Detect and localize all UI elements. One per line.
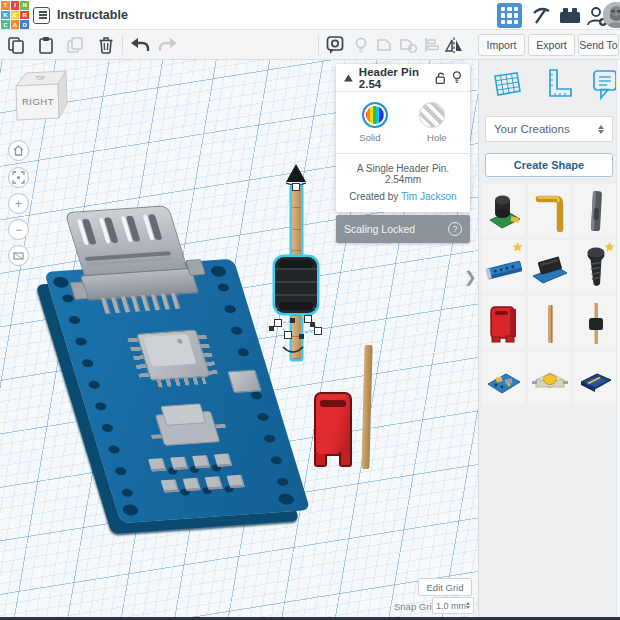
svg-text:RIGHT: RIGHT: [22, 96, 54, 107]
small-chip[interactable]: [227, 370, 262, 394]
shape-bent-wire[interactable]: [528, 184, 571, 237]
shape-red-box[interactable]: [482, 296, 525, 349]
shape-camera-module[interactable]: [482, 184, 525, 237]
pin-plastic-block[interactable]: [275, 257, 317, 313]
shape-pcb-assembly[interactable]: [482, 352, 525, 405]
collapse-shapes-panel-icon[interactable]: ❯: [464, 268, 477, 286]
selected-header-pin[interactable]: [256, 163, 336, 363]
show-all-icon[interactable]: [352, 35, 370, 55]
shapes-sidebar: Your Creations Create Shape: [478, 60, 620, 620]
rotate-handle-icon[interactable]: [280, 345, 306, 357]
edge-handle[interactable]: [299, 334, 304, 339]
ungroup-icon[interactable]: [398, 35, 418, 55]
transistor-package[interactable]: [146, 400, 228, 450]
workplane-tool-icon[interactable]: [325, 35, 347, 55]
logo-tile: T: [1, 1, 10, 10]
create-shape-button[interactable]: Create Shape: [485, 153, 613, 177]
snap-grid-value: 1.0 mm: [436, 601, 466, 611]
design-menu-icon[interactable]: [33, 7, 50, 24]
copy-icon[interactable]: [6, 35, 26, 55]
mirror-icon[interactable]: [444, 35, 464, 55]
toolbar: Import Export Send To: [0, 30, 620, 60]
shape-push-button[interactable]: [528, 352, 571, 405]
logo-tile: R: [20, 11, 29, 20]
shape-popsicle-stick[interactable]: [528, 296, 571, 349]
logo-tile: I: [11, 1, 20, 10]
logo-tile: C: [1, 20, 10, 29]
shape-properties-panel: Header Pin 2.54 Solid Hole A Single Head…: [336, 64, 470, 212]
align-icon[interactable]: [422, 35, 442, 55]
credit-prefix: Created by: [349, 191, 401, 202]
shape-category-select[interactable]: Your Creations: [485, 116, 613, 142]
tooltip-text: Scaling Locked: [344, 223, 415, 235]
hole-label: Hole: [427, 132, 447, 143]
collapse-panel-icon[interactable]: [344, 74, 353, 82]
redo-icon[interactable]: [156, 35, 180, 55]
select-arrows-icon: [598, 125, 604, 134]
send-to-button[interactable]: Send To: [578, 34, 619, 56]
group-icon[interactable]: [374, 35, 394, 55]
spinner-icon: [466, 602, 470, 609]
snap-grid-label: Snap Grid: [394, 601, 437, 612]
export-button[interactable]: Export: [528, 34, 575, 56]
ruler-icon[interactable]: [541, 67, 573, 101]
edit-grid-button[interactable]: Edit Grid: [418, 578, 472, 596]
logo-tile: E: [11, 11, 20, 20]
shape-credit: Created by Tim Jackson: [336, 187, 470, 212]
snap-grid-select[interactable]: 1.0 mm: [432, 597, 474, 614]
brick-icon[interactable]: [558, 6, 582, 25]
tinkercad-logo[interactable]: T I N K E R C A D: [1, 1, 29, 29]
delete-icon[interactable]: [96, 35, 116, 55]
grid-apps-icon[interactable]: [497, 3, 522, 28]
scaling-locked-tooltip: Scaling Locked ?: [336, 215, 470, 243]
solid-swatch[interactable]: [362, 102, 388, 128]
shape-blue-pcb-stick[interactable]: ★: [482, 240, 525, 293]
import-button[interactable]: Import: [478, 34, 525, 56]
star-icon: ★: [512, 241, 523, 253]
svg-text:TOP: TOP: [35, 76, 44, 81]
workplane-panel-icon[interactable]: [491, 68, 523, 100]
scale-handle[interactable]: [284, 331, 292, 339]
help-icon[interactable]: ?: [448, 222, 462, 236]
scale-handle[interactable]: [314, 327, 322, 335]
move-z-arrow-icon[interactable]: [284, 163, 308, 185]
design-title[interactable]: Instructable: [57, 8, 128, 22]
fit-view-icon[interactable]: [8, 167, 29, 188]
star-icon: ★: [604, 241, 615, 253]
paste-icon[interactable]: [36, 35, 56, 55]
app-header: T I N K E R C A D Instructable: [0, 0, 620, 30]
lock-icon[interactable]: [435, 71, 446, 85]
pickaxe-icon[interactable]: [529, 4, 552, 27]
shape-sd-card[interactable]: [574, 352, 617, 405]
logo-tile: D: [20, 20, 29, 29]
edge-handle[interactable]: [310, 322, 315, 327]
shapes-grid: ★ ★: [482, 184, 615, 405]
category-value: Your Creations: [494, 123, 570, 135]
shape-black-connector[interactable]: [528, 240, 571, 293]
solid-label: Solid: [359, 132, 380, 143]
edge-handle[interactable]: [269, 326, 274, 331]
perspective-icon[interactable]: [8, 245, 29, 266]
shape-header-pin[interactable]: [574, 296, 617, 349]
view-cube[interactable]: TOP RIGHT: [10, 68, 72, 126]
shape-title: Header Pin 2.54: [359, 66, 435, 90]
zoom-out-icon[interactable]: −: [8, 219, 29, 240]
shape-metal-pin[interactable]: [574, 184, 617, 237]
logo-tile: N: [20, 1, 29, 10]
bulb-icon[interactable]: [452, 70, 462, 85]
zoom-in-icon[interactable]: +: [8, 193, 29, 214]
sidebar-scrollbar[interactable]: [616, 60, 620, 620]
undo-icon[interactable]: [128, 35, 152, 55]
home-view-icon[interactable]: [8, 140, 29, 161]
red-component-object[interactable]: [310, 388, 356, 472]
shape-screw[interactable]: ★: [574, 240, 617, 293]
scale-handle[interactable]: [292, 183, 300, 191]
logo-tile: A: [11, 20, 20, 29]
hole-swatch[interactable]: [419, 102, 445, 128]
shape-description: A Single Header Pin. 2.54mm: [336, 154, 470, 187]
duplicate-icon[interactable]: [66, 35, 86, 55]
edge-handle[interactable]: [290, 318, 295, 323]
logo-tile: K: [1, 11, 10, 20]
creator-link[interactable]: Tim Jackson: [401, 191, 457, 202]
scale-handle[interactable]: [274, 319, 282, 327]
